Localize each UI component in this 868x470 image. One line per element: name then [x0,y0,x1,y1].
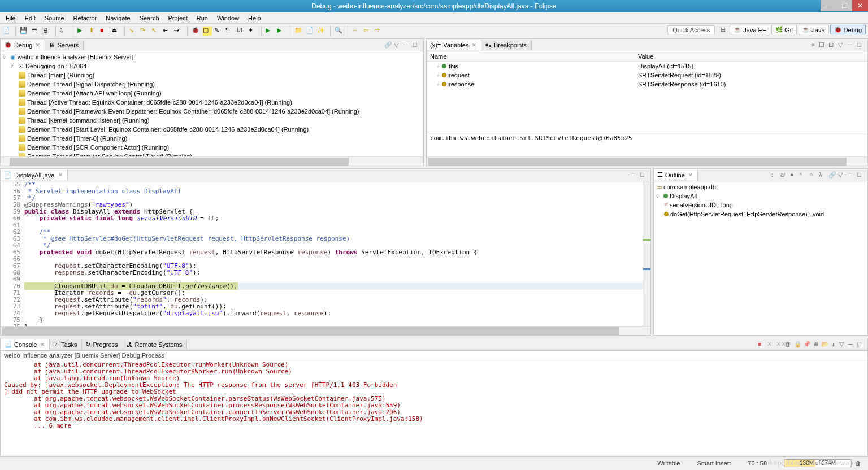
scrollbar-h[interactable] [1,156,423,166]
removeall-icon[interactable]: ✕✕ [776,341,784,349]
tab-tasks[interactable]: ☑ Tasks [50,339,82,350]
thread-row[interactable]: Daemon Thread [Framework Event Dispatche… [3,107,421,116]
viewmenu-icon[interactable]: ▽ [838,41,846,49]
code-area[interactable]: /** * Servlet implementation class Displ… [23,181,643,326]
magic-icon[interactable]: ✨ [317,27,326,36]
outline-tree[interactable]: ▭ com.sampleapp.db ▿ DisplayAll ˢᶠ seria… [654,181,867,335]
persp-java[interactable]: ☕Java [798,25,828,34]
min-icon[interactable]: ─ [848,41,856,49]
menu-refactor[interactable]: Refactor [70,14,101,23]
sort-icon[interactable]: ↕ [771,171,779,179]
stepover-icon[interactable]: ↷ [140,27,149,36]
thread-row[interactable]: Daemon Thread [SCR Component Actor] (Run… [3,143,421,152]
run-icon[interactable]: ▶ [266,27,275,36]
persp-debug[interactable]: 🐞Debug [830,25,866,34]
lastedt-icon[interactable]: ← [352,27,361,36]
menu-run[interactable]: Run [193,14,211,23]
thread-row[interactable]: Thread [Active Thread: Equinox Container… [3,98,421,107]
terminate-icon[interactable]: ■ [100,27,109,36]
remove-icon[interactable]: ✕ [767,341,775,349]
thread-row[interactable]: Daemon Thread [Attach API wait loop] (Ru… [3,89,421,98]
link-icon[interactable]: 🔗 [384,41,392,49]
close-icon[interactable]: ✕ [40,342,45,347]
minimize-button[interactable]: — [821,0,836,11]
viewmenu-icon[interactable]: ▽ [838,171,846,179]
skip-bp-icon[interactable]: ⤵ [60,27,69,36]
tab-variables[interactable]: (x)= Variables✕ [427,40,481,50]
min-icon[interactable]: ─ [848,171,856,179]
menu-project[interactable]: Project [165,14,191,23]
clear-icon[interactable]: 🗑 [785,341,793,349]
menu-help[interactable]: Help [245,14,264,23]
gc-icon[interactable]: 🗑 [855,460,861,467]
close-icon[interactable]: ✕ [688,172,693,178]
save-icon[interactable]: 💾 [20,27,29,36]
back-icon[interactable]: ⇦ [363,27,372,36]
stepreturn-icon[interactable]: ↖ [151,27,160,36]
debug-tree[interactable]: ▿◉weibo-influence-analyzer [Bluemix Serv… [1,51,423,156]
stepfilter-icon[interactable]: ⇢ [174,27,183,36]
wand-icon[interactable]: ✎ [214,27,223,36]
max-icon[interactable]: □ [413,41,421,49]
var-row[interactable]: ▹ responseSRTServletResponse (id=1610) [427,80,867,89]
menu-navigate[interactable]: Navigate [102,14,133,23]
terminate-icon[interactable]: ■ [758,341,766,349]
debug-icon[interactable]: 🐞 [192,27,201,36]
menu-search[interactable]: Search [136,14,163,23]
var-row[interactable]: ▹ requestSRTServletRequest (id=1829) [427,71,867,80]
saveall-icon[interactable]: 🗃 [31,27,40,36]
thread-row[interactable]: Daemon Thread [Timer-0] (Running) [3,134,421,143]
hidefields-icon[interactable]: ● [790,171,798,179]
hidenonpub-icon[interactable]: ○ [809,171,817,179]
viewmenu-icon[interactable]: ▽ [394,41,402,49]
tab-outline[interactable]: ☰ Outline✕ [654,169,698,180]
suspend-icon[interactable]: ⏸ [89,27,98,36]
para-icon[interactable]: ¶ [225,27,235,36]
min-icon[interactable]: ─ [403,41,411,49]
min-icon[interactable]: ─ [631,171,639,179]
close-icon[interactable]: ✕ [472,42,476,48]
min-icon[interactable]: ─ [848,341,856,349]
line-gutter[interactable]: 5556575859606162636465666768697071727374… [6,181,23,326]
display-icon[interactable]: 🖥 [812,341,820,349]
persp-javaee[interactable]: ☕Java EE [730,25,770,34]
tab-editor-file[interactable]: 📄 DisplayAll.java✕ [1,169,68,180]
thread-row[interactable]: Daemon Thread [Start Level: Equinox Cont… [3,125,421,134]
resume-icon[interactable]: ▶ [77,27,86,36]
thread-row[interactable]: Thread [main] (Running) [3,71,421,80]
collapse-icon[interactable]: ⊟ [828,41,836,49]
showtype-icon[interactable]: ⇥ [809,41,817,49]
newcon-icon[interactable]: ＋ [830,341,838,349]
tab-debug[interactable]: 🐞 Debug✕ [1,40,45,50]
open-icon[interactable]: 📂 [821,341,829,349]
hidestatic-icon[interactable]: ˢ [800,171,808,179]
close-icon[interactable]: ✕ [36,42,40,48]
link-icon[interactable]: 🔗 [828,171,836,179]
close-icon[interactable]: ✕ [58,172,63,178]
hidelocal-icon[interactable]: λ [819,171,827,179]
pin-icon[interactable]: 📌 [803,341,811,349]
var-row[interactable]: ▹ thisDisplayAll (id=1515) [427,62,867,71]
menu-edit[interactable]: Edit [21,14,39,23]
fwd-icon[interactable]: ⇨ [375,27,384,36]
quick-access-input[interactable]: Quick Access [667,25,715,34]
tab-console[interactable]: 📃 Console✕ [1,339,50,350]
menu-source[interactable]: Source [41,14,68,23]
thread-row[interactable]: Daemon Thread [Executor Service Control … [3,152,421,156]
tab-servers[interactable]: 🖥 Servers [45,40,84,50]
newpkg-icon[interactable]: 📁 [294,27,303,36]
overview-ruler[interactable] [643,181,650,326]
heap-status[interactable]: 130M of 274M 🗑 [784,459,861,467]
thread-row[interactable]: Daemon Thread [Signal Dispatcher] (Runni… [3,80,421,89]
hl-icon[interactable]: ▢ [203,27,212,36]
tab-progress[interactable]: ↻ Progress [82,339,123,350]
console-output[interactable]: at java.util.concurrent.ThreadPoolExecut… [1,360,867,456]
scrollbar-h[interactable] [427,156,867,166]
scrollbar-h[interactable] [1,326,650,335]
runext-icon[interactable]: ▶ [277,27,286,36]
disconnect-icon[interactable]: ⏏ [111,27,120,36]
viewmenu-icon[interactable]: ▽ [839,341,847,349]
maximize-button[interactable]: ☐ [836,0,852,11]
newother-icon[interactable]: ✦ [248,27,257,36]
az-icon[interactable]: aᶻ [780,171,788,179]
